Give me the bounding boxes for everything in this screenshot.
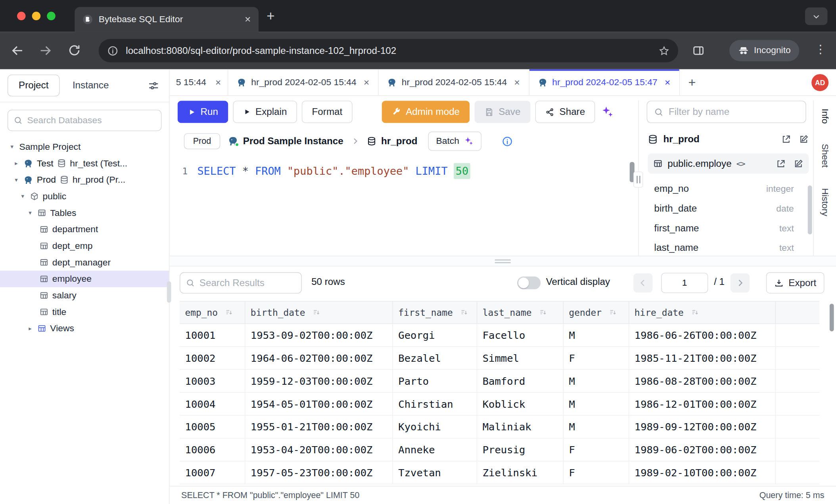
edit-pencil-icon[interactable] bbox=[793, 158, 803, 169]
site-info-icon[interactable] bbox=[107, 45, 118, 56]
column-header-first_name[interactable]: first_name bbox=[393, 302, 477, 323]
table-cell[interactable]: Georgi bbox=[393, 324, 477, 346]
share-button[interactable]: Share bbox=[535, 101, 595, 123]
edit-pencil-icon[interactable] bbox=[799, 134, 809, 144]
schema-filter[interactable] bbox=[647, 101, 806, 123]
tab-search-button[interactable] bbox=[805, 8, 827, 25]
database-search[interactable] bbox=[8, 110, 162, 131]
table-cell[interactable]: 1953-04-20T00:00:00Z bbox=[245, 439, 393, 461]
table-cell[interactable]: 1986-06-26T00:00:00Z bbox=[629, 324, 776, 346]
close-tab-icon[interactable]: ✕ bbox=[664, 78, 671, 87]
close-tab-icon[interactable]: ✕ bbox=[215, 78, 221, 87]
table-cell[interactable]: 10005 bbox=[180, 416, 245, 438]
browser-menu-button[interactable]: ⋮ bbox=[815, 43, 826, 57]
database-breadcrumb[interactable]: hr_prod bbox=[367, 136, 418, 147]
sort-icon[interactable] bbox=[539, 309, 547, 317]
open-external-icon[interactable] bbox=[776, 158, 786, 169]
environment-chip[interactable]: Prod bbox=[184, 133, 220, 149]
admin-mode-button[interactable]: Admin mode bbox=[382, 101, 470, 123]
table-cell[interactable]: 1953-09-02T00:00:00Z bbox=[245, 324, 393, 346]
filter-by-name-input[interactable] bbox=[669, 106, 799, 117]
schema-column-first_name[interactable]: first_nametext bbox=[648, 218, 809, 238]
format-button[interactable]: Format bbox=[302, 101, 353, 123]
table-cell[interactable]: F bbox=[564, 439, 629, 461]
tab-sheet[interactable]: Sheet bbox=[819, 144, 830, 168]
table-cell[interactable]: Chirstian bbox=[393, 393, 477, 415]
chevron-down-icon[interactable]: ▾ bbox=[13, 176, 19, 183]
sidebar-resize-handle[interactable] bbox=[167, 281, 171, 303]
table-cell[interactable]: Bamford bbox=[477, 370, 564, 392]
table-cell[interactable]: Parto bbox=[393, 370, 477, 392]
export-button[interactable]: Export bbox=[766, 272, 824, 294]
table-cell[interactable]: 1989-09-12T00:00:00Z bbox=[629, 416, 776, 438]
table-cell[interactable]: 10006 bbox=[180, 439, 245, 461]
table-cell[interactable]: F bbox=[564, 461, 629, 483]
bookmark-star-icon[interactable] bbox=[658, 45, 669, 56]
tree-item-public-schema[interactable]: ▾ public bbox=[0, 188, 169, 205]
table-cell[interactable]: 10002 bbox=[180, 347, 245, 369]
query-tab-1[interactable]: hr_prod 2024-02-05 15:44 ✕ bbox=[228, 69, 378, 95]
table-cell[interactable]: M bbox=[564, 416, 629, 438]
previous-page-button[interactable] bbox=[633, 273, 652, 292]
next-page-button[interactable] bbox=[731, 273, 750, 292]
back-button[interactable] bbox=[11, 44, 25, 57]
connection-info-icon[interactable] bbox=[502, 136, 513, 147]
sql-editor[interactable]: 1 SELECT * FROM "public"."employee" LIMI… bbox=[170, 156, 639, 256]
table-cell[interactable]: Koblick bbox=[477, 393, 564, 415]
close-tab-icon[interactable]: ✕ bbox=[363, 78, 370, 87]
table-cell[interactable]: Facello bbox=[477, 324, 564, 346]
table-cell[interactable]: 1989-06-02T00:00:00Z bbox=[629, 439, 776, 461]
horizontal-splitter[interactable] bbox=[170, 256, 836, 266]
column-header-birth_date[interactable]: birth_date bbox=[245, 302, 393, 323]
table-cell[interactable]: 10001 bbox=[180, 324, 245, 346]
table-cell[interactable]: M bbox=[564, 393, 629, 415]
run-button[interactable]: Run bbox=[178, 101, 228, 123]
table-cell[interactable]: Zielinski bbox=[477, 461, 564, 483]
table-cell[interactable]: 1959-12-03T00:00:00Z bbox=[245, 370, 393, 392]
tree-item-title[interactable]: title bbox=[0, 304, 169, 320]
tree-item-dept_manager[interactable]: dept_manager bbox=[0, 254, 169, 271]
table-cell[interactable]: Anneke bbox=[393, 439, 477, 461]
instance-breadcrumb[interactable]: Prod Sample Instance bbox=[228, 136, 343, 147]
tab-project[interactable]: Project bbox=[8, 74, 60, 96]
user-avatar[interactable]: AD bbox=[811, 74, 828, 91]
address-bar[interactable]: localhost:8080/sql-editor/prod-sample-in… bbox=[99, 39, 678, 62]
schema-table-row[interactable]: public.employe <> bbox=[648, 153, 809, 174]
tree-item-tables[interactable]: ▾ Tables bbox=[0, 204, 169, 221]
tree-item-project[interactable]: ▾ Sample Project bbox=[0, 139, 169, 155]
tree-item-test-env[interactable]: ▸ Test hr_test (Test... bbox=[0, 155, 169, 172]
table-cell[interactable]: 1985-11-21T00:00:00Z bbox=[629, 347, 776, 369]
chevron-down-icon[interactable]: ▾ bbox=[19, 193, 26, 200]
vertical-display-toggle[interactable] bbox=[517, 277, 541, 289]
new-query-tab-button[interactable]: + bbox=[680, 69, 704, 95]
search-databases-input[interactable] bbox=[27, 115, 156, 126]
query-tab-0[interactable]: 5 15:44 ✕ bbox=[170, 69, 228, 95]
browser-tab[interactable]: Bytebase SQL Editor ✕ bbox=[75, 7, 259, 32]
search-results-input[interactable] bbox=[199, 277, 296, 288]
new-tab-button[interactable]: + bbox=[267, 9, 274, 23]
sort-icon[interactable] bbox=[609, 309, 617, 317]
open-external-icon[interactable] bbox=[781, 134, 792, 144]
column-header-hire_date[interactable]: hire_date bbox=[629, 302, 776, 323]
tab-instance[interactable]: Instance bbox=[73, 80, 109, 91]
table-cell[interactable]: 1986-08-28T00:00:00Z bbox=[629, 370, 776, 392]
column-header-last_name[interactable]: last_name bbox=[477, 302, 564, 323]
chevron-right-icon[interactable]: ▸ bbox=[27, 325, 33, 332]
close-tab-icon[interactable]: ✕ bbox=[244, 15, 251, 24]
table-cell[interactable]: Maliniak bbox=[477, 416, 564, 438]
tree-item-dept_emp[interactable]: dept_emp bbox=[0, 238, 169, 254]
table-cell[interactable]: F bbox=[564, 347, 629, 369]
batch-button[interactable]: Batch bbox=[428, 132, 481, 151]
results-search[interactable] bbox=[180, 272, 302, 294]
tree-item-views[interactable]: ▸ Views bbox=[0, 320, 169, 337]
table-cell[interactable]: 1954-05-01T00:00:00Z bbox=[245, 393, 393, 415]
zoom-window-button[interactable] bbox=[47, 12, 56, 21]
table-cell[interactable]: 1989-02-10T00:00:00Z bbox=[629, 461, 776, 483]
results-scrollbar[interactable] bbox=[830, 304, 834, 331]
query-tab-3-active[interactable]: hr_prod 2024-02-05 15:47 ✕ bbox=[529, 69, 679, 95]
panel-resize-handle[interactable] bbox=[633, 172, 643, 187]
table-cell[interactable]: Bezalel bbox=[393, 347, 477, 369]
column-header-gender[interactable]: gender bbox=[564, 302, 629, 323]
query-tab-2[interactable]: hr_prod 2024-02-05 15:44 ✕ bbox=[379, 69, 529, 95]
table-cell[interactable]: M bbox=[564, 324, 629, 346]
